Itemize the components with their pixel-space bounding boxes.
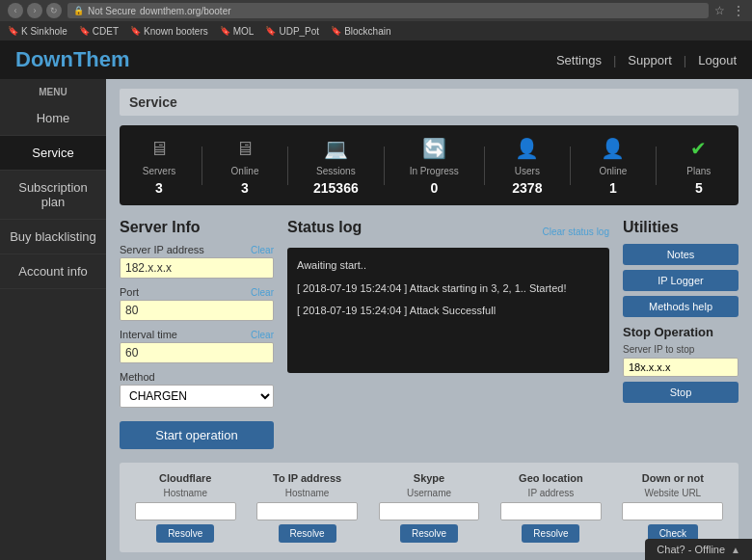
stat-servers: 🖥 Servers 3 (142, 135, 176, 196)
settings-link[interactable]: Settings (556, 53, 602, 67)
stat-users-value: 2378 (512, 180, 542, 196)
stat-sessions-label: Sessions (316, 166, 356, 176)
geolocation-resolve-button[interactable]: Resolve (522, 524, 579, 543)
port-input[interactable] (120, 300, 274, 321)
stat-plans-label: Plans (686, 166, 711, 176)
server-info-title: Server Info (120, 219, 274, 236)
bookmark-sinkhole[interactable]: 🔖 K Sinkhole (8, 26, 67, 37)
browser-actions: ☆ ⋮ (714, 4, 744, 17)
sidebar-item-subscription[interactable]: Subscription plan (0, 171, 106, 220)
menu-icon[interactable]: ⋮ (733, 4, 744, 17)
bookmark-known-booters[interactable]: 🔖 Known booters (130, 26, 208, 37)
downornot-title: Down or not (642, 472, 704, 484)
sessions-icon: 💻 (318, 135, 353, 162)
url-text: downthem.org/booter (140, 6, 231, 16)
bookmark-udp-pot[interactable]: 🔖 UDP_Pot (265, 26, 319, 37)
star-icon[interactable]: ☆ (714, 4, 725, 17)
toip-resolve-button[interactable]: Resolve (279, 524, 336, 543)
sidebar-menu-label: MENU (0, 79, 106, 101)
stop-operation-title: Stop Operation (623, 325, 739, 339)
stat-online: 🖥 Online 3 (228, 135, 262, 196)
page-title: Service (120, 89, 739, 116)
logo-them: Them (73, 47, 130, 71)
cloudflare-input[interactable] (135, 502, 236, 520)
lock-icon: 🔒 (73, 6, 84, 15)
stat-servers-value: 3 (155, 180, 163, 196)
stat-divider3 (384, 147, 385, 185)
stat-divider4 (484, 147, 485, 185)
cloudflare-resolve-button[interactable]: Resolve (156, 524, 214, 543)
stop-button[interactable]: Stop (623, 382, 739, 403)
app-header: DownThem Settings | Support | Logout (0, 40, 752, 79)
interval-input[interactable] (120, 342, 274, 363)
method-label: Method (120, 371, 155, 383)
stat-online-label: Online (231, 166, 259, 176)
stat-servers-label: Servers (143, 166, 175, 176)
sidebar-item-home[interactable]: Home (0, 101, 106, 136)
browser-bar: ‹ › ↻ 🔒 Not Secure downthem.org/booter ☆… (0, 0, 752, 21)
toip-input[interactable] (256, 502, 358, 520)
interval-field-row: Interval time Clear (120, 329, 274, 363)
plans-icon: ✔ (682, 135, 716, 162)
bookmark-icon: 🔖 (265, 26, 276, 36)
chat-label: Chat? - Offline (657, 544, 725, 555)
geolocation-input-label: IP address (528, 488, 575, 498)
main-content: Service 🖥 Servers 3 🖥 Online 3 💻 Sessio (106, 79, 752, 560)
sidebar-item-service[interactable]: Service (0, 136, 106, 171)
bookmark-blockchain[interactable]: 🔖 Blockchain (331, 26, 390, 37)
geolocation-input[interactable] (500, 502, 602, 520)
cloudflare-input-label: Hostname (163, 488, 207, 498)
stat-users-label: Users (515, 166, 540, 176)
clear-status-log-link[interactable]: Clear status log (543, 227, 609, 237)
support-link[interactable]: Support (628, 53, 672, 67)
reload-button[interactable]: ↻ (46, 3, 62, 18)
log-message-2: [ 2018-07-19 15:24:04 ] Attack Successfu… (297, 303, 600, 320)
chat-widget[interactable]: Chat? - Offline ▲ (645, 539, 752, 560)
stat-divider6 (656, 147, 657, 185)
skype-resolve-button[interactable]: Resolve (400, 524, 458, 543)
ip-field-row: Server IP address Clear (120, 244, 274, 279)
stat-plans-value: 5 (695, 180, 703, 196)
server-info-panel: Server Info Server IP address Clear Port… (120, 219, 274, 449)
skype-input[interactable] (379, 502, 480, 520)
logo: DownThem (15, 47, 130, 72)
ip-clear[interactable]: Clear (251, 245, 274, 255)
interval-clear[interactable]: Clear (251, 330, 274, 340)
three-columns: Server Info Server IP address Clear Port… (120, 219, 739, 449)
interval-label: Interval time (120, 329, 177, 340)
ip-input[interactable] (120, 257, 274, 279)
method-select[interactable]: CHARGEN UDP TCP HTTP DNS (120, 385, 274, 408)
bookmark-cdet[interactable]: 🔖 CDET (79, 26, 119, 37)
skype-title: Skype (414, 472, 444, 484)
sidebar: MENU Home Service Subscription plan Buy … (0, 79, 106, 560)
bookmark-icon: 🔖 (331, 26, 341, 36)
logo-down: Down (15, 47, 73, 71)
stop-ip-label: Server IP to stop (623, 344, 739, 355)
methods-help-button[interactable]: Methods help (623, 296, 739, 317)
logout-link[interactable]: Logout (698, 53, 737, 67)
utilities-panel: Utilities Notes IP Logger Methods help S… (623, 219, 739, 449)
address-bar[interactable]: 🔒 Not Secure downthem.org/booter (67, 3, 709, 18)
sidebar-item-blacklisting[interactable]: Buy blacklisting (0, 220, 106, 254)
ip-logger-button[interactable]: IP Logger (623, 270, 739, 291)
stat-plans: ✔ Plans 5 (682, 135, 716, 196)
stat-inprogress-value: 0 (430, 180, 438, 196)
bookmark-icon: 🔖 (220, 26, 230, 36)
stop-ip-input[interactable] (623, 358, 739, 377)
stat-inprogress: 🔄 In Progress 0 (410, 135, 459, 196)
stat-sessions: 💻 Sessions 215366 (313, 135, 359, 196)
users-icon: 👤 (510, 135, 545, 162)
downornot-tool: Down or not Website URL Check (617, 472, 729, 543)
bookmark-icon: 🔖 (8, 26, 18, 36)
sidebar-item-account[interactable]: Account info (0, 254, 106, 289)
notes-button[interactable]: Notes (623, 244, 739, 265)
bookmark-mol[interactable]: 🔖 MOL (220, 26, 255, 37)
back-button[interactable]: ‹ (8, 3, 23, 18)
cloudflare-title: Cloudflare (159, 472, 211, 484)
stat-divider2 (287, 147, 288, 185)
start-operation-button[interactable]: Start operation (120, 421, 274, 449)
forward-button[interactable]: › (27, 3, 42, 18)
geolocation-tool: Geo location IP address Resolve (495, 472, 606, 543)
port-clear[interactable]: Clear (251, 287, 274, 298)
downornot-input[interactable] (622, 502, 723, 520)
